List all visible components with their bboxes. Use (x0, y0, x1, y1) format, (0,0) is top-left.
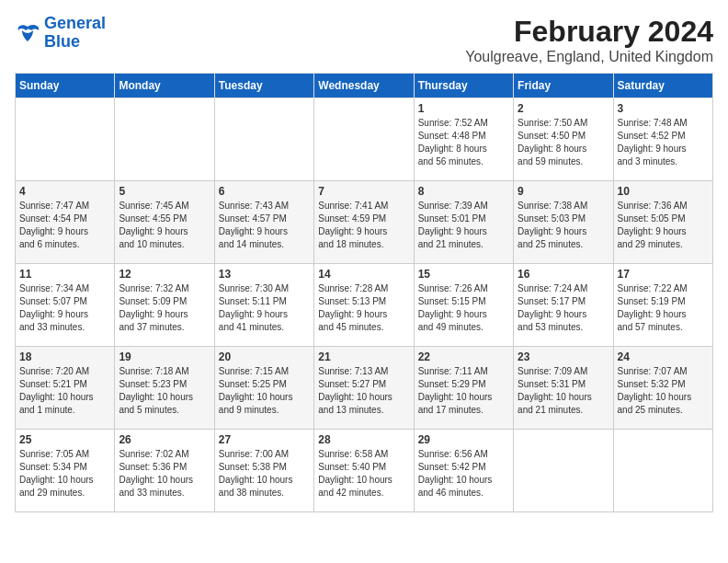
day-number: 13 (219, 268, 310, 281)
day-info: Sunrise: 7:24 AM Sunset: 5:17 PM Dayligh… (518, 282, 609, 334)
calendar-cell: 6Sunrise: 7:43 AM Sunset: 4:57 PM Daylig… (214, 181, 313, 264)
calendar-cell: 25Sunrise: 7:05 AM Sunset: 5:34 PM Dayli… (16, 430, 115, 512)
day-number: 17 (618, 268, 709, 281)
calendar-cell (314, 98, 414, 181)
day-info: Sunrise: 7:26 AM Sunset: 5:15 PM Dayligh… (418, 282, 509, 334)
day-number: 27 (219, 433, 310, 446)
logo-text: General Blue (44, 15, 106, 52)
day-number: 8 (418, 185, 509, 198)
day-info: Sunrise: 7:20 AM Sunset: 5:21 PM Dayligh… (19, 365, 110, 417)
day-info: Sunrise: 7:47 AM Sunset: 4:54 PM Dayligh… (19, 200, 110, 251)
day-number: 29 (418, 433, 509, 446)
day-info: Sunrise: 7:38 AM Sunset: 5:03 PM Dayligh… (518, 200, 609, 251)
day-number: 7 (318, 185, 409, 198)
calendar-cell (214, 98, 313, 181)
day-number: 25 (19, 433, 110, 446)
calendar-day-header: Friday (514, 74, 613, 98)
day-number: 15 (418, 268, 509, 281)
day-info: Sunrise: 6:58 AM Sunset: 5:40 PM Dayligh… (318, 448, 409, 500)
calendar-day-header: Sunday (16, 74, 115, 98)
calendar-week-row: 1Sunrise: 7:52 AM Sunset: 4:48 PM Daylig… (16, 98, 713, 181)
day-info: Sunrise: 7:15 AM Sunset: 5:25 PM Dayligh… (219, 365, 310, 417)
day-number: 1 (418, 102, 509, 115)
calendar-cell: 19Sunrise: 7:18 AM Sunset: 5:23 PM Dayli… (115, 347, 214, 430)
day-number: 23 (518, 350, 609, 363)
day-info: Sunrise: 6:56 AM Sunset: 5:42 PM Dayligh… (418, 448, 509, 500)
day-info: Sunrise: 7:43 AM Sunset: 4:57 PM Dayligh… (219, 200, 310, 251)
day-number: 16 (518, 268, 609, 281)
calendar-cell: 28Sunrise: 6:58 AM Sunset: 5:40 PM Dayli… (314, 430, 414, 512)
logo-icon (15, 23, 40, 43)
calendar-cell: 12Sunrise: 7:32 AM Sunset: 5:09 PM Dayli… (115, 264, 214, 347)
title-block: February 2024 Youlgreave, England, Unite… (465, 15, 713, 65)
day-info: Sunrise: 7:22 AM Sunset: 5:19 PM Dayligh… (618, 282, 709, 334)
day-info: Sunrise: 7:30 AM Sunset: 5:11 PM Dayligh… (219, 282, 310, 334)
calendar-cell (115, 98, 214, 181)
day-info: Sunrise: 7:28 AM Sunset: 5:13 PM Dayligh… (318, 282, 409, 334)
calendar-cell: 8Sunrise: 7:39 AM Sunset: 5:01 PM Daylig… (414, 181, 513, 264)
day-info: Sunrise: 7:39 AM Sunset: 5:01 PM Dayligh… (418, 200, 509, 251)
day-number: 9 (518, 185, 609, 198)
page-subtitle: Youlgreave, England, United Kingdom (465, 49, 713, 65)
calendar-cell: 4Sunrise: 7:47 AM Sunset: 4:54 PM Daylig… (16, 181, 115, 264)
calendar-cell: 14Sunrise: 7:28 AM Sunset: 5:13 PM Dayli… (314, 264, 414, 347)
day-info: Sunrise: 7:41 AM Sunset: 4:59 PM Dayligh… (318, 200, 409, 251)
day-number: 10 (618, 185, 709, 198)
calendar-cell: 2Sunrise: 7:50 AM Sunset: 4:50 PM Daylig… (514, 98, 613, 181)
header: General Blue February 2024 Youlgreave, E… (15, 15, 713, 65)
day-number: 11 (19, 268, 110, 281)
calendar-table: SundayMondayTuesdayWednesdayThursdayFrid… (15, 73, 713, 512)
calendar-day-header: Monday (115, 74, 214, 98)
page-title: February 2024 (465, 15, 713, 49)
calendar-day-header: Saturday (613, 74, 712, 98)
calendar-cell: 10Sunrise: 7:36 AM Sunset: 5:05 PM Dayli… (613, 181, 712, 264)
day-info: Sunrise: 7:13 AM Sunset: 5:27 PM Dayligh… (318, 365, 409, 417)
day-number: 24 (618, 350, 709, 363)
day-info: Sunrise: 7:09 AM Sunset: 5:31 PM Dayligh… (518, 365, 609, 417)
day-number: 14 (318, 268, 409, 281)
day-info: Sunrise: 7:00 AM Sunset: 5:38 PM Dayligh… (219, 448, 310, 500)
calendar-cell: 18Sunrise: 7:20 AM Sunset: 5:21 PM Dayli… (16, 347, 115, 430)
calendar-cell: 20Sunrise: 7:15 AM Sunset: 5:25 PM Dayli… (214, 347, 313, 430)
calendar-cell: 11Sunrise: 7:34 AM Sunset: 5:07 PM Dayli… (16, 264, 115, 347)
calendar-week-row: 25Sunrise: 7:05 AM Sunset: 5:34 PM Dayli… (16, 430, 713, 512)
day-number: 5 (119, 185, 210, 198)
calendar-cell: 23Sunrise: 7:09 AM Sunset: 5:31 PM Dayli… (514, 347, 613, 430)
day-number: 28 (318, 433, 409, 446)
calendar-cell: 27Sunrise: 7:00 AM Sunset: 5:38 PM Dayli… (214, 430, 313, 512)
calendar-cell: 22Sunrise: 7:11 AM Sunset: 5:29 PM Dayli… (414, 347, 513, 430)
day-number: 3 (618, 102, 709, 115)
calendar-cell: 9Sunrise: 7:38 AM Sunset: 5:03 PM Daylig… (514, 181, 613, 264)
calendar-cell: 16Sunrise: 7:24 AM Sunset: 5:17 PM Dayli… (514, 264, 613, 347)
day-info: Sunrise: 7:32 AM Sunset: 5:09 PM Dayligh… (119, 282, 210, 334)
calendar-cell: 29Sunrise: 6:56 AM Sunset: 5:42 PM Dayli… (414, 430, 513, 512)
day-info: Sunrise: 7:50 AM Sunset: 4:50 PM Dayligh… (518, 117, 609, 168)
day-number: 20 (219, 350, 310, 363)
calendar-cell: 15Sunrise: 7:26 AM Sunset: 5:15 PM Dayli… (414, 264, 513, 347)
day-info: Sunrise: 7:11 AM Sunset: 5:29 PM Dayligh… (418, 365, 509, 417)
calendar-week-row: 18Sunrise: 7:20 AM Sunset: 5:21 PM Dayli… (16, 347, 713, 430)
calendar-cell (613, 430, 712, 512)
calendar-cell: 3Sunrise: 7:48 AM Sunset: 4:52 PM Daylig… (613, 98, 712, 181)
logo: General Blue (15, 15, 106, 52)
calendar-cell: 21Sunrise: 7:13 AM Sunset: 5:27 PM Dayli… (314, 347, 414, 430)
day-info: Sunrise: 7:18 AM Sunset: 5:23 PM Dayligh… (119, 365, 210, 417)
calendar-cell: 7Sunrise: 7:41 AM Sunset: 4:59 PM Daylig… (314, 181, 414, 264)
day-number: 26 (119, 433, 210, 446)
calendar-cell: 24Sunrise: 7:07 AM Sunset: 5:32 PM Dayli… (613, 347, 712, 430)
calendar-week-row: 11Sunrise: 7:34 AM Sunset: 5:07 PM Dayli… (16, 264, 713, 347)
day-number: 19 (119, 350, 210, 363)
day-number: 22 (418, 350, 509, 363)
calendar-header-row: SundayMondayTuesdayWednesdayThursdayFrid… (16, 74, 713, 98)
calendar-cell (514, 430, 613, 512)
day-number: 12 (119, 268, 210, 281)
day-info: Sunrise: 7:45 AM Sunset: 4:55 PM Dayligh… (119, 200, 210, 251)
calendar-week-row: 4Sunrise: 7:47 AM Sunset: 4:54 PM Daylig… (16, 181, 713, 264)
day-info: Sunrise: 7:48 AM Sunset: 4:52 PM Dayligh… (618, 117, 709, 168)
calendar-day-header: Wednesday (314, 74, 414, 98)
calendar-cell: 5Sunrise: 7:45 AM Sunset: 4:55 PM Daylig… (115, 181, 214, 264)
calendar-cell: 26Sunrise: 7:02 AM Sunset: 5:36 PM Dayli… (115, 430, 214, 512)
day-number: 18 (19, 350, 110, 363)
day-number: 6 (219, 185, 310, 198)
day-info: Sunrise: 7:52 AM Sunset: 4:48 PM Dayligh… (418, 117, 509, 168)
